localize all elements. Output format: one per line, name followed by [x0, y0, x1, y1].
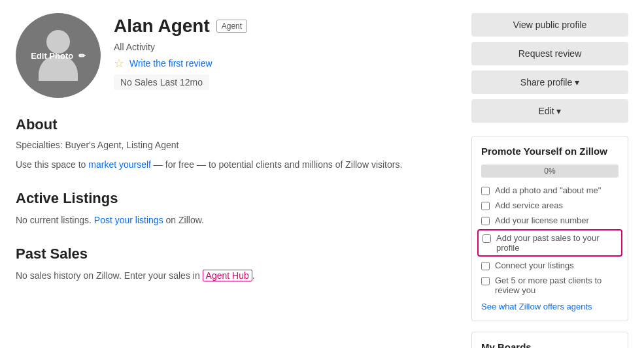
- page-wrapper: Edit Photo ✏ Alan Agent Agent All Activi…: [0, 0, 644, 348]
- market-yourself-link[interactable]: market yourself: [88, 159, 151, 170]
- main-content: Edit Photo ✏ Alan Agent Agent All Activi…: [16, 13, 456, 348]
- sales-label: No Sales Last 12mo: [114, 74, 209, 90]
- sidebar-buttons: View public profile Request review Share…: [471, 13, 628, 123]
- edit-photo-text: Edit Photo: [31, 51, 73, 61]
- past-sales-text-post: .: [252, 270, 255, 281]
- promote-box: Promote Yourself on Zillow 0% Add a phot…: [471, 136, 628, 321]
- agent-name-row: Alan Agent Agent: [114, 16, 456, 37]
- specialties: Specialties: Buyer's Agent, Listing Agen…: [16, 140, 456, 150]
- checklist-item-photo: Add a photo and "about me": [481, 185, 619, 195]
- progress-bar-container: 0%: [481, 165, 619, 178]
- checklist-checkbox-photo[interactable]: [481, 187, 490, 195]
- progress-label: 0%: [544, 166, 555, 176]
- checklist-label-connect: Connect your listings: [495, 261, 574, 270]
- activity-label: All Activity: [114, 42, 456, 52]
- profile-header: Edit Photo ✏ Alan Agent Agent All Activi…: [16, 13, 456, 98]
- active-listings-section: Active Listings No current listings. Pos…: [16, 190, 456, 227]
- see-offers-link[interactable]: See what Zillow offers agents: [481, 302, 619, 311]
- about-section: About Specialties: Buyer's Agent, Listin…: [16, 116, 456, 172]
- avatar[interactable]: Edit Photo ✏: [16, 13, 101, 98]
- checklist-item-service: Add service areas: [481, 200, 619, 210]
- checklist-label-license: Add your license number: [495, 215, 589, 225]
- active-listings-title: Active Listings: [16, 190, 456, 207]
- past-sales-text-pre: No sales history on Zillow. Enter your s…: [16, 270, 203, 281]
- checklist-label-clients: Get 5 or more past clients to review you: [495, 276, 619, 295]
- agent-badge: Agent: [216, 20, 247, 33]
- share-profile-button[interactable]: Share profile ▾: [471, 71, 628, 94]
- star-icon: ☆: [114, 56, 124, 71]
- edit-button[interactable]: Edit ▾: [471, 99, 628, 123]
- checklist-checkbox-clients[interactable]: [481, 277, 490, 285]
- listings-text-post: on Zillow.: [163, 215, 204, 225]
- agent-hub-link[interactable]: Agent Hub: [203, 270, 252, 281]
- checklist-label-service: Add service areas: [495, 200, 563, 210]
- checklist-label-past-sales: Add your past sales to your profile: [496, 233, 617, 253]
- checklist-checkbox-service[interactable]: [481, 202, 490, 210]
- review-row: ☆ Write the first review: [114, 56, 456, 71]
- write-review-link[interactable]: Write the first review: [129, 58, 212, 69]
- post-listings-link[interactable]: Post your listings: [94, 215, 163, 225]
- promote-title: Promote Yourself on Zillow: [481, 146, 619, 157]
- my-boards-box: My Boards: [471, 332, 628, 348]
- sidebar: View public profile Request review Share…: [471, 13, 628, 348]
- active-listings-text: No current listings. Post your listings …: [16, 214, 456, 227]
- pencil-icon: ✏: [78, 51, 86, 61]
- avatar-container[interactable]: Edit Photo ✏: [16, 13, 101, 98]
- checklist-checkbox-license[interactable]: [481, 217, 490, 225]
- about-desc-pre: Use this space to: [16, 159, 88, 170]
- checklist: Add a photo and "about me" Add service a…: [481, 185, 619, 295]
- past-sales-text: No sales history on Zillow. Enter your s…: [16, 269, 456, 283]
- request-review-button[interactable]: Request review: [471, 42, 628, 65]
- checklist-item-clients: Get 5 or more past clients to review you: [481, 276, 619, 295]
- about-desc-post: — for free — to potential clients and mi…: [151, 159, 402, 170]
- checklist-item-connect: Connect your listings: [481, 261, 619, 270]
- checklist-checkbox-past-sales[interactable]: [483, 234, 491, 243]
- checklist-item-past-sales: Add your past sales to your profile: [477, 229, 622, 257]
- profile-info: Alan Agent Agent All Activity ☆ Write th…: [114, 13, 456, 90]
- my-boards-title: My Boards: [481, 341, 619, 348]
- past-sales-section: Past Sales No sales history on Zillow. E…: [16, 245, 456, 283]
- agent-name: Alan Agent: [114, 16, 210, 37]
- checklist-checkbox-connect[interactable]: [481, 262, 490, 270]
- view-public-profile-button[interactable]: View public profile: [471, 13, 628, 37]
- past-sales-title: Past Sales: [16, 245, 456, 262]
- checklist-item-license: Add your license number: [481, 215, 619, 225]
- about-title: About: [16, 116, 456, 133]
- checklist-label-photo: Add a photo and "about me": [495, 185, 601, 195]
- edit-photo-label[interactable]: Edit Photo ✏: [31, 51, 86, 61]
- about-description: Use this space to market yourself — for …: [16, 158, 456, 172]
- listings-text-pre: No current listings.: [16, 215, 94, 225]
